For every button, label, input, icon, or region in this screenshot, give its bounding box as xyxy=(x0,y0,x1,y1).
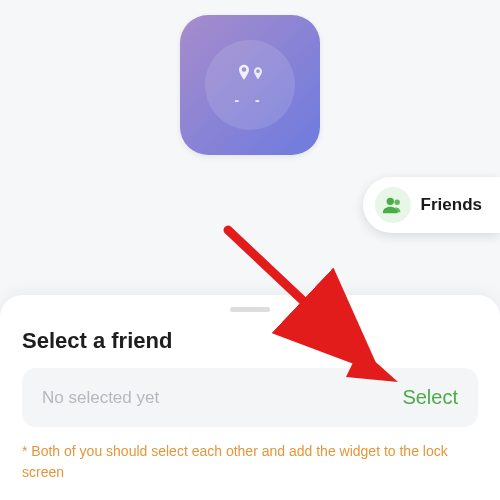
select-button[interactable]: Select xyxy=(402,386,458,409)
selected-friend-label: No selected yet xyxy=(42,388,159,408)
svg-point-0 xyxy=(386,198,393,205)
friends-pill[interactable]: Friends xyxy=(363,177,500,233)
location-pin-pair-icon xyxy=(234,62,266,84)
friends-pill-label: Friends xyxy=(421,195,482,215)
sheet-title: Select a friend xyxy=(22,328,478,354)
friend-select-row[interactable]: No selected yet Select xyxy=(22,368,478,427)
widget-distance-placeholder: - - xyxy=(234,92,265,108)
friends-icon xyxy=(375,187,411,223)
svg-point-1 xyxy=(394,200,400,206)
widget-inner-circle: - - xyxy=(205,40,295,130)
widget-instruction-note: * Both of you should select each other a… xyxy=(22,441,478,482)
widget-preview-tile: - - xyxy=(180,15,320,155)
sheet-grabber[interactable] xyxy=(230,307,270,312)
select-friend-sheet: Select a friend No selected yet Select *… xyxy=(0,295,500,500)
